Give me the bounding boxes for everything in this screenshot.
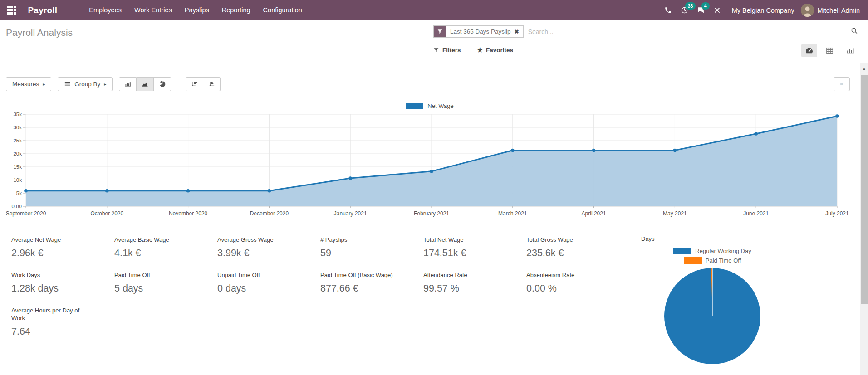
chart-type-switcher <box>119 77 171 91</box>
nav-item-payslips[interactable]: Payslips <box>178 0 216 20</box>
days-pie-chart <box>664 268 761 365</box>
facet-filter-icon <box>434 26 446 37</box>
top-navbar: Payroll EmployeesWork EntriesPayslipsRep… <box>0 0 868 20</box>
stat-tile-average-gross-wage: Average Gross Wage3.99k € <box>212 235 315 263</box>
svg-text:October 2020: October 2020 <box>90 210 123 217</box>
stat-value: 877.66 € <box>320 283 413 294</box>
scroll-up-arrow[interactable]: ▲ <box>860 63 868 74</box>
bar-chart-icon <box>846 46 854 55</box>
line-chart-type-button[interactable] <box>137 77 154 91</box>
apps-menu-icon[interactable] <box>7 6 16 15</box>
svg-text:January 2021: January 2021 <box>334 210 367 217</box>
stat-label: Average Hours per Day of Work <box>11 307 88 322</box>
stat-label: Average Net Wage <box>11 236 88 244</box>
stat-label: Total Net Wage <box>423 236 500 244</box>
nav-item-employees[interactable]: Employees <box>83 0 128 20</box>
control-panel: Payroll Analysis Last 365 Days Payslip ✖… <box>0 20 868 62</box>
expand-button[interactable] <box>834 77 850 91</box>
app-name[interactable]: Payroll <box>28 5 58 15</box>
message-count-badge: 4 <box>701 2 710 10</box>
phone-icon[interactable] <box>660 0 677 20</box>
nav-item-work-entries[interactable]: Work Entries <box>128 0 178 20</box>
stat-label: Paid Time Off (Basic Wage) <box>320 272 397 279</box>
stat-value: 174.51k € <box>423 248 516 259</box>
svg-text:November 2020: November 2020 <box>169 210 208 217</box>
favorites-dropdown[interactable]: ★ Favorites <box>477 46 514 54</box>
svg-text:25k: 25k <box>13 138 22 143</box>
stat-label: Average Basic Wage <box>114 236 191 244</box>
svg-text:5k: 5k <box>16 190 22 196</box>
search-input[interactable] <box>524 28 851 35</box>
net-wage-legend-swatch <box>406 103 423 109</box>
sort-ascending-button[interactable] <box>203 77 221 91</box>
filter-funnel-icon <box>433 47 439 53</box>
vertical-scrollbar[interactable]: ▲ <box>860 63 868 375</box>
pie-chart-icon <box>159 81 166 88</box>
stat-value: 0 days <box>217 283 310 294</box>
stat-value: 4.1k € <box>114 248 207 259</box>
stat-value: 5 days <box>114 283 207 294</box>
stat-label: Absenteeism Rate <box>526 272 603 279</box>
company-switcher[interactable]: My Belgian Company <box>732 7 794 14</box>
stat-tile-unpaid-time-off: Unpaid Time Off0 days <box>212 271 315 299</box>
svg-text:35k: 35k <box>13 112 22 117</box>
stat-label: Paid Time Off <box>114 272 191 279</box>
measures-button[interactable]: Measures▸ <box>6 77 51 91</box>
caret-right-icon: ▸ <box>43 82 45 87</box>
stat-label: Average Gross Wage <box>217 236 294 244</box>
table-grid-icon <box>825 46 834 55</box>
svg-text:June 2021: June 2021 <box>743 210 769 217</box>
sort-descending-button[interactable] <box>186 77 203 91</box>
view-graph-button[interactable] <box>842 44 858 57</box>
days-pie-section: Days Regular Working DayPaid Time Off <box>638 235 858 365</box>
svg-text:15k: 15k <box>13 164 22 170</box>
bar-chart-type-button[interactable] <box>119 77 137 91</box>
legend-label: Regular Working Day <box>695 248 751 254</box>
stat-value: 59 <box>320 248 413 259</box>
pie-legend-item-paid-time-off[interactable]: Paid Time Off <box>684 257 741 264</box>
expand-arrows-icon <box>840 81 843 88</box>
pie-legend-item-regular-working-day[interactable]: Regular Working Day <box>673 248 751 254</box>
navbar-menu: EmployeesWork EntriesPayslipsReportingCo… <box>83 0 309 20</box>
svg-text:March 2021: March 2021 <box>498 210 527 217</box>
filters-dropdown[interactable]: Filters <box>433 46 461 54</box>
page-title: Payroll Analysis <box>6 27 73 38</box>
view-dashboard-button[interactable] <box>801 44 817 57</box>
line-chart-legend[interactable]: Net Wage <box>0 102 859 109</box>
svg-text:February 2021: February 2021 <box>414 210 449 217</box>
favorites-label: Favorites <box>486 47 513 54</box>
dashboard-content: Measures▸ Group By▸ <box>0 62 868 375</box>
legend-label: Paid Time Off <box>706 257 741 264</box>
group-by-button[interactable]: Group By▸ <box>58 77 113 91</box>
search-bar: Last 365 Days Payslip ✖ <box>433 25 860 40</box>
net-wage-legend-label: Net Wage <box>427 102 453 109</box>
search-facet: Last 365 Days Payslip ✖ <box>433 25 524 38</box>
messages-chat-icon[interactable]: 4 <box>693 0 709 20</box>
stat-value: 0.00 % <box>526 283 619 294</box>
nav-item-configuration[interactable]: Configuration <box>257 0 309 20</box>
search-icon[interactable] <box>851 27 858 36</box>
activities-clock-icon[interactable]: 33 <box>677 0 693 20</box>
stat-tile-average-hours-per-day-of-work: Average Hours per Day of Work7.64 <box>6 306 109 340</box>
stat-tile-paid-time-off: Paid Time Off5 days <box>109 271 212 299</box>
nav-item-reporting[interactable]: Reporting <box>216 0 257 20</box>
filters-label: Filters <box>442 47 461 54</box>
stat-tile-paid-time-off-basic-wage: Paid Time Off (Basic Wage)877.66 € <box>315 271 418 299</box>
stat-tile-attendance-rate: Attendance Rate99.57 % <box>418 271 521 299</box>
user-avatar[interactable] <box>801 4 814 17</box>
stat-value: 3.99k € <box>217 248 310 259</box>
facet-close-icon[interactable]: ✖ <box>515 29 519 35</box>
stat-label: Total Gross Wage <box>526 236 603 244</box>
caret-right-icon: ▸ <box>104 82 106 87</box>
svg-text:September 2020: September 2020 <box>6 210 46 217</box>
scrollbar-thumb[interactable] <box>861 75 868 304</box>
pie-chart-type-button[interactable] <box>154 77 171 91</box>
stat-value: 235.6k € <box>526 248 619 259</box>
user-menu[interactable]: Mitchell Admin <box>818 7 860 14</box>
stat-tile-average-net-wage: Average Net Wage2.96k € <box>6 235 109 263</box>
stats-tiles: Average Net Wage2.96k €Average Basic Wag… <box>6 235 624 347</box>
bar-chart-icon <box>124 81 131 88</box>
debug-tools-icon[interactable] <box>709 0 726 20</box>
view-list-button[interactable] <box>822 44 838 57</box>
svg-text:July 2021: July 2021 <box>825 210 849 217</box>
